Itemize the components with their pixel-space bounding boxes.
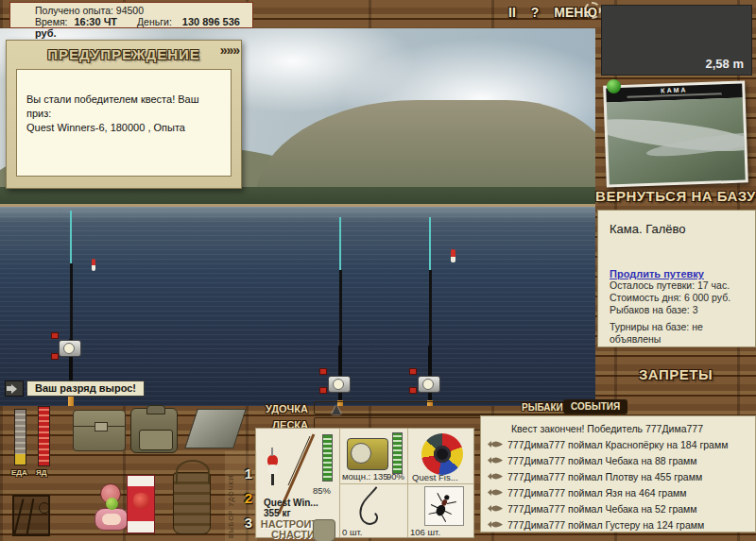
rod-upper bbox=[429, 270, 432, 346]
rod-slot-2[interactable]: 2 bbox=[239, 490, 258, 506]
fast-forward-icon[interactable]: »»» bbox=[220, 42, 239, 58]
apple-icon[interactable] bbox=[106, 498, 118, 510]
water bbox=[0, 207, 595, 406]
event-row: 777Дима777 поймал Плотву на 455 грамм bbox=[481, 468, 755, 484]
pause-button[interactable]: II bbox=[508, 5, 516, 20]
extend-ticket-link[interactable]: Продлить путевку bbox=[610, 268, 749, 279]
rod-holder-clip bbox=[51, 332, 59, 339]
reel-durability-value: 90% bbox=[387, 471, 404, 482]
return-to-base-button[interactable]: ВЕРНУТЬСЯ НА БАЗУ bbox=[595, 188, 756, 204]
time-label: Время: bbox=[35, 16, 68, 27]
reel-power: мощн.: 135 bbox=[342, 471, 388, 482]
help-button[interactable]: ? bbox=[531, 5, 540, 20]
line-spool-icon bbox=[421, 433, 463, 475]
event-row: 777Дима777 поймал Язя на 464 грамм bbox=[481, 484, 755, 500]
float-bobber-2[interactable] bbox=[451, 249, 455, 262]
reel-rod-1 bbox=[59, 340, 81, 357]
warning-dialog: ПРЕДУПРЕЖДЕНИЕ »»» Вы стали победителем … bbox=[6, 40, 242, 189]
rod-durability-bar bbox=[322, 434, 333, 482]
food-meter-label: ЕДА bbox=[11, 468, 27, 477]
reel-durability-bar bbox=[392, 432, 403, 474]
rod-slot-1[interactable]: 1 bbox=[239, 465, 258, 482]
line-name: Quest Fis... bbox=[412, 472, 458, 482]
bait-ant-icon bbox=[424, 486, 464, 526]
rank-up-arrow-icon bbox=[5, 380, 24, 397]
tab-fishers[interactable]: РЫБАКИ bbox=[522, 402, 563, 413]
rod-durability-value: 85% bbox=[313, 485, 331, 496]
rod-tip bbox=[70, 211, 72, 263]
ticket-remaining: Осталось путевки: 17 час. bbox=[610, 279, 749, 292]
rod-upper bbox=[70, 263, 73, 339]
photo-image bbox=[607, 98, 746, 185]
rod-holder-clip bbox=[319, 368, 327, 375]
rod-tip bbox=[429, 217, 431, 270]
fish-icon bbox=[487, 472, 504, 481]
event-log[interactable]: Квест закончен! Победитель 777Дима777 77… bbox=[480, 415, 756, 533]
game-window: Ваш разряд вырос! Получено опыта: 94500 … bbox=[0, 0, 756, 541]
tab-events[interactable]: СОБЫТИЯ bbox=[563, 399, 627, 414]
hook-icon bbox=[352, 485, 385, 527]
juicebox-icon[interactable] bbox=[127, 475, 155, 533]
fishing-rod-1[interactable] bbox=[67, 211, 75, 406]
fish-icon bbox=[487, 488, 504, 497]
bucket-icon[interactable] bbox=[173, 472, 211, 534]
rodstand-icon[interactable] bbox=[12, 495, 50, 536]
rod-tip bbox=[339, 217, 341, 270]
rod-selector-label: ВЫБОР УДОЧКИ bbox=[228, 459, 234, 538]
event-row: 777Дима777 поймал Чебака на 52 грамм bbox=[481, 500, 755, 516]
backpack-icon[interactable] bbox=[130, 408, 178, 453]
food-meter-fill bbox=[15, 454, 26, 465]
hook-count: 0 шт. bbox=[342, 527, 362, 537]
fishers-on-base: Рыбаков на базе: 3 bbox=[610, 304, 749, 316]
rank-up-message: Ваш разряд вырос! bbox=[5, 380, 145, 397]
reel-slot[interactable]: мощн.: 135 90% bbox=[339, 429, 407, 483]
event-row: 777Дима777 поймал Чебака на 88 грамм bbox=[481, 452, 755, 468]
rod-slot-3[interactable]: 3 bbox=[239, 515, 258, 531]
float-bobber-1[interactable] bbox=[92, 259, 95, 271]
ham-icon[interactable] bbox=[94, 508, 129, 531]
green-pin-icon bbox=[607, 79, 621, 93]
bait-slot[interactable]: 106 шт. bbox=[407, 483, 475, 539]
dialog-text-line2: Quest Winners-6, 180000 , Опыта bbox=[26, 121, 221, 135]
bait-count: 106 шт. bbox=[410, 527, 440, 537]
rod-slider-marker[interactable] bbox=[332, 400, 341, 414]
time-value: 16:30 ЧТ bbox=[74, 16, 117, 27]
location-photo[interactable]: КАМА bbox=[603, 80, 748, 187]
fish-icon bbox=[487, 456, 504, 465]
poison-meter bbox=[38, 406, 50, 466]
menu-button[interactable]: МЕНЮ bbox=[554, 5, 597, 20]
bans-button[interactable]: ЗАПРЕТЫ bbox=[595, 366, 756, 382]
depth-value: 2,58 m bbox=[706, 57, 744, 71]
day-cost: Стоимость дня: 6 000 руб. bbox=[610, 292, 749, 304]
line-slot[interactable]: Quest Fis... bbox=[407, 429, 475, 483]
dialog-text-line1: Вы стали победителем квеста! Ваш приз: bbox=[26, 93, 221, 121]
event-row: 777Дима777 поймал Густеру на 124 грамм bbox=[481, 516, 755, 533]
reel-icon bbox=[347, 438, 388, 470]
dialog-title: ПРЕДУПРЕЖДЕНИЕ bbox=[7, 46, 241, 62]
location-name: Кама. Галёво bbox=[610, 222, 749, 236]
event-row: Квест закончен! Победитель 777Дима777 bbox=[481, 420, 755, 436]
tackle-panel: 85% Quest Win... 355 кг НАСТРОИТЬ СНАСТИ… bbox=[255, 428, 474, 538]
dialog-body: Вы стали победителем квеста! Ваш приз: Q… bbox=[16, 69, 232, 177]
treeline bbox=[0, 187, 595, 206]
depth-panel: 2,58 m bbox=[601, 5, 752, 76]
keepnet-icon[interactable] bbox=[184, 409, 247, 448]
rod-holder-clip bbox=[51, 353, 59, 360]
poison-meter-label: ЯД bbox=[36, 468, 46, 477]
rod-slider-label: УДОЧКА bbox=[255, 403, 308, 414]
reel-rod-2 bbox=[328, 376, 351, 393]
reel-rod-3 bbox=[418, 376, 440, 393]
event-row: 777Дима777 поймал Краснопёрку на 184 гра… bbox=[481, 436, 755, 452]
fish-icon bbox=[487, 520, 504, 529]
money-label: Деньги: bbox=[137, 16, 172, 27]
hook-slot[interactable]: 0 шт. bbox=[339, 483, 407, 539]
rod-holder-clip bbox=[409, 387, 417, 394]
tacklebox-icon[interactable] bbox=[73, 410, 126, 451]
fish-icon bbox=[487, 440, 504, 448]
rod-name: Quest Win... bbox=[264, 498, 318, 508]
location-info-panel: Кама. Галёво Продлить путевку Осталось п… bbox=[597, 210, 756, 347]
fish-icon bbox=[487, 504, 504, 513]
menu-gear-icon bbox=[584, 2, 601, 19]
tournaments-info: Турниры на базе: не объявлены bbox=[610, 321, 749, 346]
rod-holder-clip bbox=[409, 368, 417, 375]
